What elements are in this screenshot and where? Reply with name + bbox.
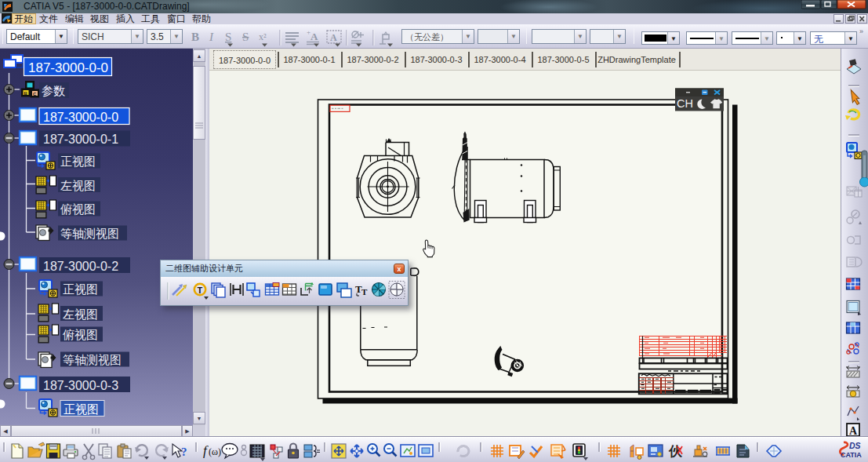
svg-text:俯视图: 俯视图 — [60, 202, 96, 216]
svg-text:x²: x² — [259, 31, 267, 42]
svg-text:+: + — [307, 28, 311, 36]
svg-text:正视图: 正视图 — [63, 282, 98, 296]
svg-text:187-3000-0-2: 187-3000-0-2 — [43, 260, 118, 273]
svg-text:CH: CH — [677, 97, 693, 110]
svg-text:DS: DS — [849, 441, 861, 450]
svg-text:B: B — [191, 31, 199, 43]
svg-text:187-3000-0-3: 187-3000-0-3 — [43, 379, 118, 392]
svg-text:俯视图: 俯视图 — [62, 328, 98, 341]
svg-text:S: S — [242, 31, 249, 43]
svg-text:CATIA: CATIA — [841, 451, 862, 459]
svg-text:f: f — [203, 443, 209, 458]
svg-text:T: T — [361, 287, 368, 296]
svg-text:正视图: 正视图 — [60, 155, 96, 168]
svg-text:B: B — [24, 91, 28, 96]
svg-text:左视图: 左视图 — [63, 307, 98, 321]
svg-text:A: A — [849, 425, 858, 437]
svg-text:参数: 参数 — [42, 84, 65, 97]
svg-text:等轴测视图: 等轴测视图 — [63, 353, 122, 366]
svg-text:等轴测视图: 等轴测视图 — [60, 227, 119, 240]
svg-text:187-3000-0-0: 187-3000-0-0 — [43, 111, 118, 124]
svg-text:A: A — [311, 31, 318, 42]
svg-text:187-3000-0-1: 187-3000-0-1 — [43, 133, 118, 146]
svg-text:187-3000-0-0: 187-3000-0-0 — [28, 60, 108, 75]
svg-text:C: C — [33, 92, 37, 96]
svg-text:I: I — [209, 31, 214, 43]
svg-text:S: S — [225, 31, 231, 43]
svg-text:T: T — [197, 286, 202, 295]
svg-text:A: A — [330, 32, 337, 43]
svg-text:?: ? — [181, 446, 187, 458]
svg-text:左视图: 左视图 — [60, 179, 96, 192]
svg-text:(ω): (ω) — [209, 446, 221, 457]
svg-text:正视图: 正视图 — [64, 402, 99, 416]
